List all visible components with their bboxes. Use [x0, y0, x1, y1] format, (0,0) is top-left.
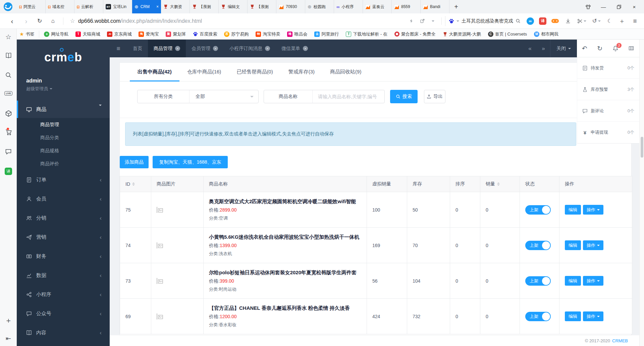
stock-cell[interactable]: 104 [407, 263, 450, 299]
strip-add-icon[interactable]: ＋ [0, 315, 17, 326]
browser-tab[interactable]: Bandi [421, 0, 449, 13]
tab-close-icon[interactable]: × [175, 46, 180, 51]
browser-search-box[interactable]: 土耳其总统感染奥密克戎 [445, 16, 524, 26]
export-button[interactable]: 导出 [424, 90, 445, 103]
goods-image-broken[interactable] [157, 313, 157, 320]
sidebar-item-marketing[interactable]: 营销‹ [17, 228, 110, 247]
home-icon[interactable]: ⌂ [46, 18, 60, 24]
virtual-sales-cell[interactable]: 169 [367, 228, 407, 263]
goods-name[interactable]: 奥克斯空调立式大2匹家用定频圆筒柜机空调冷暖二级能效wifi智能 [209, 198, 367, 205]
tab-close-icon[interactable]: × [156, 4, 159, 9]
more-actions-button[interactable]: 操作 [583, 276, 603, 286]
bookmark-star-icon[interactable]: ☆ [67, 17, 78, 24]
translate-green-icon[interactable]: 译 [0, 168, 17, 175]
browser-tab[interactable]: 大鹏资 [161, 0, 190, 13]
status-toggle[interactable]: 上架 [525, 276, 551, 286]
goods-name-input[interactable] [313, 94, 384, 99]
virtual-sales-cell[interactable]: 100 [367, 192, 407, 228]
tab-soldout[interactable]: 已经售罄商品(0) [229, 63, 280, 81]
tab-warehouse[interactable]: 仓库中商品(16) [179, 63, 229, 81]
browser-theme-icon[interactable] [580, 0, 596, 13]
more-actions-button[interactable]: 操作 [583, 240, 603, 250]
nav-tab-goods-manage[interactable]: 商品管理× [148, 40, 186, 57]
sort-icons[interactable] [497, 181, 500, 187]
browser-tab[interactable]: 【亲测 [190, 0, 219, 13]
admin-user[interactable]: admin 超级管理员 [26, 78, 52, 92]
bookmark-item[interactable]: 爱淘宝 [139, 31, 159, 37]
browser-tab[interactable]: BT宝塔Lin [103, 0, 132, 13]
sidebar-sub-goods-spec[interactable]: 商品规格 [17, 144, 110, 157]
live-icon[interactable]: LIVE [0, 91, 17, 96]
share-icon[interactable] [417, 18, 428, 23]
download-icon[interactable] [561, 18, 574, 24]
sort-icons[interactable] [132, 181, 135, 187]
status-toggle[interactable]: 上架 [525, 312, 551, 321]
browser-tab[interactable]: ∞小程序 [334, 0, 363, 13]
stat-pending-delivery[interactable]: 待发货 0个 [577, 57, 639, 79]
nav-tab-home[interactable]: 首页 [127, 40, 148, 57]
edit-button[interactable]: 编辑 [565, 240, 581, 250]
hamburger-icon[interactable]: ≡ [110, 40, 127, 57]
edit-button[interactable]: 编辑 [565, 276, 581, 286]
browser-tab-active[interactable]: ⊕CRM× [132, 0, 161, 13]
sidebar-item-data[interactable]: 数据‹ [17, 266, 110, 285]
notifications-bell-icon[interactable]: 3 [612, 45, 619, 52]
more-actions-button[interactable]: 操作 [583, 311, 603, 321]
tab-stock-alert[interactable]: 警戒库存(3) [281, 63, 322, 81]
nav-tab-wechat-menu[interactable]: 微信菜单× [276, 40, 314, 57]
menu-icon[interactable]: ≡ [628, 17, 642, 25]
browser-tab[interactable]: 70930 [276, 0, 305, 13]
tab-onsale[interactable]: 出售中商品(42) [130, 63, 179, 81]
back-curved-icon[interactable]: ↶ [582, 45, 587, 52]
bookmark-item[interactable]: 淘宝特卖 [256, 31, 280, 37]
copy-goods-button[interactable]: 复制淘宝、天猫、1688、京东 [153, 156, 228, 168]
edit-button[interactable]: 编辑 [565, 205, 581, 215]
add-goods-button[interactable]: 添加商品 [120, 156, 149, 168]
goods-image-broken[interactable] [157, 278, 157, 284]
night-mode-icon[interactable]: ☾ [604, 18, 616, 24]
goods-name[interactable]: 小黄鸭5.6KG迷你洗衣机全自动家用波轮宝宝小型加热洗烘干一体机 [209, 234, 367, 240]
bookmark-item[interactable]: 都市网我 [534, 31, 558, 37]
scroll-tabs-left-icon[interactable]: « [523, 40, 537, 57]
bookmark-item[interactable]: 阿里旅行 [314, 31, 339, 37]
tab-recycle[interactable]: 商品回收站(9) [322, 63, 369, 81]
restore-button[interactable] [611, 0, 627, 13]
bookmark-item[interactable]: 聚合图床 - 免费全 [394, 31, 436, 37]
bookmark-item[interactable]: 网址导航 [44, 31, 68, 37]
browser-tab[interactable]: (-)域名控 [46, 0, 74, 13]
translate-icon[interactable]: 译 [537, 17, 549, 25]
lightning-icon[interactable] [406, 18, 417, 23]
tab-close-icon[interactable]: × [303, 46, 308, 51]
bookmark-item[interactable]: 天猫商城 [75, 31, 100, 37]
sidebar-sub-goods-review[interactable]: 商品评价 [17, 157, 110, 170]
browser-logo-icon[interactable] [3, 2, 13, 12]
chevron-down-icon[interactable] [428, 19, 438, 23]
bookmark-item[interactable]: 百度搜索 [193, 31, 217, 37]
search-query[interactable]: 土耳其总统感染奥密克戎 [462, 18, 513, 24]
status-toggle[interactable]: 上架 [525, 241, 551, 250]
goods-name[interactable]: 【官方正品】CHANEL 香奈儿邂逅系列香水 粉色柔情 持久淡香 [209, 305, 367, 311]
chat-icon[interactable] [0, 148, 17, 155]
browser-tab[interactable]: 蓝奏云 [363, 0, 392, 13]
sort-cell[interactable]: 0 [450, 228, 480, 263]
goods-image-broken[interactable] [157, 242, 157, 248]
stat-stock-alert[interactable]: 库存预警 3个 [577, 79, 639, 100]
layout-columns-icon[interactable] [628, 46, 634, 51]
bookmark-item[interactable]: 下载地址解析 - 在 [346, 31, 387, 37]
goods-image-broken[interactable] [157, 207, 157, 213]
back-icon[interactable]: ‹ [5, 17, 19, 25]
sidebar-item-finance[interactable]: 财务‹ [17, 247, 110, 266]
package-icon[interactable] [0, 110, 17, 117]
bookmark-item[interactable]: 唯品会 [287, 31, 307, 37]
stat-withdrawal[interactable]: ¥ 申请提现 0个 [577, 122, 639, 143]
browser-tab[interactable]: (-)云解析 [74, 0, 103, 13]
scrollbar-thumb[interactable] [641, 137, 643, 158]
bookmark-item[interactable]: 聚划算 [166, 31, 186, 37]
minimize-button[interactable]: — [596, 0, 611, 13]
more-actions-button[interactable]: 操作 [583, 205, 603, 215]
tab-close-icon[interactable]: × [265, 46, 270, 51]
edit-button[interactable]: 编辑 [565, 311, 581, 321]
browser-tab[interactable]: ⊕校园跑 [305, 0, 334, 13]
favorites-star-icon[interactable]: ☆ [0, 33, 17, 41]
virtual-sales-cell[interactable]: 424 [367, 299, 407, 334]
